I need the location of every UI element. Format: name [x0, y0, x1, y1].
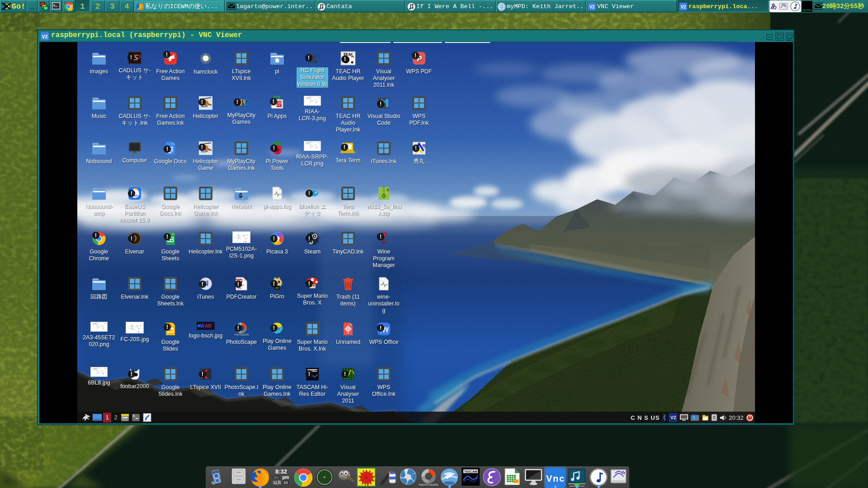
svg-text:!: !: [166, 51, 168, 58]
svg-text:!: !: [344, 56, 346, 62]
svg-text:!: !: [131, 235, 132, 242]
svg-text:!: !: [166, 324, 168, 330]
svg-text:TASCAM: TASCAM: [464, 470, 477, 473]
svg-text:!: !: [95, 232, 97, 239]
svg-text:V2: V2: [589, 5, 595, 9]
svg-text:!: !: [308, 235, 310, 242]
svg-text:!: !: [380, 100, 382, 107]
svg-text:!: !: [344, 371, 346, 377]
svg-text:!: !: [415, 52, 416, 59]
svg-text:!: !: [308, 280, 310, 287]
svg-text:11月: 11月: [273, 480, 281, 485]
svg-text:!: !: [380, 324, 382, 331]
svg-text:!: !: [202, 371, 203, 377]
svg-text:!: !: [201, 144, 203, 150]
svg-text:!: !: [308, 190, 310, 197]
svg-text:C: C: [244, 98, 249, 108]
svg-text:!: !: [308, 371, 310, 377]
svg-text:8: 8: [387, 188, 389, 192]
svg-text:!: !: [237, 324, 239, 331]
svg-text:!: !: [201, 99, 203, 105]
svg-text:am: am: [274, 475, 278, 479]
svg-text:!: !: [273, 280, 275, 287]
svg-text:!: !: [201, 281, 203, 287]
svg-text:!: !: [166, 145, 168, 152]
svg-text:V2: V2: [42, 34, 48, 39]
svg-text:!: !: [273, 324, 275, 331]
svg-text:pm: pm: [283, 475, 289, 480]
svg-text:PHOTO SCAPE: PHOTO SCAPE: [419, 483, 438, 486]
svg-text:!: !: [380, 233, 382, 240]
svg-text:V2: V2: [670, 415, 676, 420]
svg-text:!: !: [308, 54, 310, 61]
svg-text:V2: V2: [680, 5, 686, 9]
svg-text:!: !: [166, 233, 168, 240]
svg-text:!: !: [130, 54, 132, 61]
svg-text:$: $: [133, 414, 135, 418]
svg-text:AD: AD: [205, 324, 211, 328]
svg-text:!: !: [693, 415, 695, 420]
svg-text:!: !: [273, 235, 275, 242]
svg-text:!: !: [273, 98, 274, 105]
svg-text:!: !: [344, 144, 345, 150]
svg-text:!: !: [415, 145, 417, 151]
svg-text:V n c: V n c: [546, 474, 564, 483]
svg-text:!: !: [131, 371, 132, 377]
svg-text:!: !: [131, 190, 132, 197]
svg-text:!: !: [237, 281, 239, 287]
svg-text:W: W: [200, 324, 205, 328]
svg-text:秀: 秀: [422, 144, 426, 148]
svg-text:PHOTOSCAPE: PHOTOSCAPE: [234, 333, 249, 336]
svg-text:!: !: [236, 99, 238, 105]
svg-text:24: 24: [283, 480, 288, 485]
svg-text:!: !: [273, 145, 274, 151]
svg-text:8:32: 8:32: [275, 468, 287, 475]
